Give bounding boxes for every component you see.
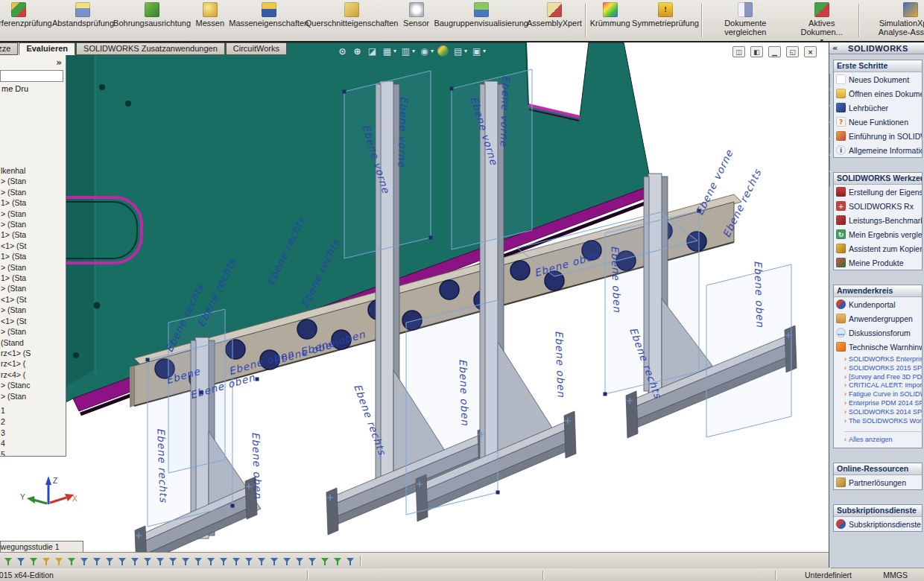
show-all-link[interactable]: ›Alles anzeigen [844,431,922,445]
task-pane-item[interactable]: Einführung in SOLIDWORKS [834,129,922,143]
filter-dimensions[interactable] [167,555,179,567]
task-pane-item[interactable]: ?Neue Funktionen [834,115,922,129]
filter-solid-bodies[interactable] [66,555,77,567]
feature-tree-item[interactable]: <1> (St [1,316,65,326]
feature-tree-item[interactable]: 1> (Sta [1,229,65,240]
expand-panel-button[interactable]: » [56,57,62,68]
feature-tree-item[interactable]: 4 [1,438,65,449]
task-pane-item[interactable]: Anwendergruppen [834,311,922,326]
alert-link[interactable]: ›SOLIDWORKS Enterprise PD [844,355,922,364]
filter-datums[interactable] [243,555,255,567]
dropdown-caret-icon[interactable]: ▾ [431,48,434,54]
filter-connection-points[interactable] [319,555,331,567]
feature-tree-item[interactable]: > (Stan [1,305,65,315]
edit-appearance-button[interactable]: ▾ [437,45,449,57]
filter-vertices[interactable] [15,555,27,567]
section-header[interactable]: Subskriptionsdienste [834,505,922,517]
dropdown-caret-icon[interactable]: ▾ [393,48,396,54]
section-header[interactable]: Anwenderkreis [834,285,922,297]
filter-routing-points[interactable] [332,555,344,567]
command-button[interactable]: Dokumente vergleichen [704,0,787,41]
alert-link[interactable]: ›SOLIDWORKS 2014 SP5 is a [844,408,922,417]
feature-tree-item[interactable]: <1> (St [1,241,65,251]
feature-tree-display-pane[interactable] [0,70,63,82]
filter-hole-callouts[interactable] [180,555,192,567]
filter-sketch-points[interactable] [104,555,116,567]
feature-tree-item[interactable]: > (Stan [1,391,65,401]
command-button[interactable] [858,4,859,37]
task-pane-item[interactable]: Technische Warnhinweise [834,340,922,354]
view-orientation-button[interactable]: ▦▾ [382,45,396,57]
section-view-button[interactable]: ◪▾ [367,45,378,57]
task-pane-item[interactable]: Kundenportal [834,297,922,311]
command-button[interactable]: Baugruppenvisualisierung [437,0,526,41]
filter-geometric-tolerances[interactable] [205,555,217,567]
ribbon-tab[interactable]: Skizze [0,42,18,55]
feature-tree-item[interactable]: > (Stan [1,187,65,197]
filter-weld-beads[interactable] [268,555,280,567]
collapse-task-pane-button[interactable]: « [832,43,838,53]
alert-link[interactable]: ›[Survey and Free 3D PDF wi [844,373,922,382]
command-button[interactable] [585,4,586,37]
alert-link[interactable]: ›Fatigue Curve in SOLIDWOR [844,390,922,399]
filter-blocks[interactable] [306,555,318,567]
task-pane-item[interactable]: Assistent zum Kopieren der [834,241,922,255]
split-view-horizontal-button[interactable]: ◫ [732,46,745,57]
zoom-to-area-button[interactable]: ⊕▾ [352,45,363,57]
section-header[interactable]: Erste Schritte [834,60,922,72]
filter-faces[interactable] [40,555,52,567]
ribbon-tab[interactable]: Evaluieren [19,42,75,55]
task-pane-item[interactable]: Partnerlösungen [834,475,922,489]
filter-surface-finish[interactable] [192,555,204,567]
dropdown-caret-icon[interactable]: ▾ [412,48,415,54]
command-button[interactable]: Aktives Dokumen... [787,0,857,41]
filter-surface-bodies[interactable] [53,555,65,567]
plane-label[interactable]: Ebene vorne [498,75,512,147]
task-pane-item[interactable]: Leistungs-Benchmark-Test [834,213,922,227]
command-button[interactable]: SimulationXpress Analyse-Assistent [861,0,924,41]
filter-planes[interactable] [91,555,103,567]
task-pane-item[interactable]: Subskriptionsdienste [834,517,922,531]
feature-tree-item[interactable]: <1> (St [1,294,65,305]
zoom-to-fit-button[interactable]: ⊙▾ [337,45,348,57]
filter-axes[interactable] [78,555,90,567]
feature-tree-item[interactable]: > (Stanc [1,380,65,390]
task-pane-item[interactable]: ↻Mein Ergebnis vergleichen [834,227,922,241]
command-button[interactable]: Krümmung [588,0,632,41]
ribbon-tab[interactable]: SOLIDWORKS Zusatzanwendungen [76,42,225,55]
command-button[interactable] [701,4,702,37]
plane-label[interactable]: Ebene oben [250,431,264,499]
command-button[interactable]: Abstandsprüfung [52,0,115,41]
command-button[interactable]: Querschnitteigenschaften [308,0,396,41]
feature-tree-item[interactable]: > (Stan [1,176,65,186]
panel-hole[interactable] [73,352,79,358]
feature-tree-item[interactable]: rz<4> ( [1,369,65,380]
apply-scene-button[interactable]: ▤▾ [452,45,467,57]
dropdown-caret-icon[interactable]: ▾ [464,48,467,54]
filter-datum-targets[interactable] [281,555,293,567]
filter-centerlines[interactable] [154,555,166,567]
minimize-document-button[interactable]: ▁ [768,46,781,57]
section-header[interactable]: Online-Ressourcen [834,463,922,475]
close-document-button[interactable]: × [804,46,817,57]
feature-tree-item[interactable]: rz<1> ( [1,358,65,369]
panel-hole[interactable] [99,84,105,90]
feature-tree-item[interactable]: > (Stan [1,283,65,293]
task-pane-item[interactable]: Lehrbücher [834,101,922,115]
task-pane-item[interactable]: iAllgemeine Informationen [834,143,922,157]
filter-center-marks[interactable] [142,555,154,567]
feature-tree-item[interactable]: 1> (Sta [1,273,65,283]
units-selector[interactable]: MMGS [883,571,908,580]
task-pane-item[interactable]: Erstellung der Eigenschaften [834,185,922,199]
feature-tree-item[interactable]: 1> (Sta [1,251,65,261]
plane-label[interactable]: Ebene vorne [396,96,410,168]
filter-hatches[interactable] [344,555,356,567]
filter-balloons[interactable] [230,555,242,567]
alert-link[interactable]: ›Enterprise PDM 2014 SP5 is [844,399,922,408]
feature-tree-item[interactable]: 3 [1,428,65,439]
feature-tree-item[interactable]: 2 [1,416,65,428]
feature-tree-item[interactable]: lkenhal [1,165,65,176]
hide-show-items-button[interactable]: ◉▾ [419,45,434,57]
task-pane-item[interactable]: Öffnen eines Dokuments [834,86,922,101]
split-view-vertical-button[interactable]: ◧ [750,46,763,57]
